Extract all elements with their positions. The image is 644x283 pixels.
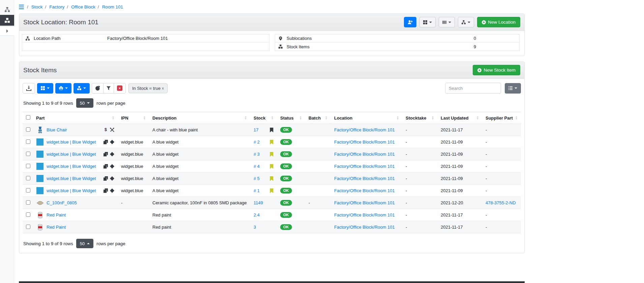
left-sidebar [0,0,14,283]
row-checkbox[interactable] [26,200,30,205]
column-header-status[interactable]: Status [277,112,305,124]
copy-icon [104,188,108,193]
new-stock-item-button[interactable]: New Stock Item [473,65,520,75]
row-checkbox[interactable] [26,139,30,144]
showing-rows-text: Showing 1 to 9 of 9 rows [23,101,73,106]
stocktake-cell: - [402,197,437,209]
sublocations-count: 0 [474,36,516,41]
supplier-part-cell: - [482,173,521,185]
stock-link[interactable]: 1149 [254,200,263,205]
last-updated-cell: 2021-11-17 [437,209,482,221]
part-link[interactable]: widget.blue | Blue Widget [47,139,96,145]
location-link[interactable]: Factory/Office Block/Room 101 [334,225,395,230]
assign-user-button[interactable] [404,17,416,27]
location-link[interactable]: Factory/Office Block/Room 101 [334,152,395,157]
stock-link[interactable]: 17 [254,127,258,132]
location-link[interactable]: Factory/Office Block/Room 101 [334,200,395,205]
column-header-ipn[interactable]: IPN [118,112,149,124]
hamburger-menu-icon[interactable] [19,4,24,9]
stock-link[interactable]: # 1 [254,188,260,193]
location-link[interactable]: Factory/Office Block/Room 101 [334,127,395,132]
shapes-icon [110,140,114,144]
breadcrumb-stock[interactable]: Stock [25,4,43,9]
stock-link[interactable]: # 3 [254,152,260,157]
page-size-dropdown[interactable]: 50 [76,98,93,108]
part-icons: $ [104,128,114,132]
part-link[interactable]: C_100nF_0805 [47,200,77,205]
row-checkbox[interactable] [26,127,30,132]
select-all-checkbox[interactable] [26,115,30,120]
column-header-location[interactable]: Location [331,112,402,124]
display-mode-dropdown[interactable] [37,83,53,94]
stock-link[interactable]: 2.4 [254,212,260,217]
sidebar-item-location-tree[interactable] [0,4,14,15]
filter-chip-in-stock[interactable]: In Stock = true x [128,83,168,93]
part-link[interactable]: Blue Chair [47,127,67,132]
print-actions-dropdown[interactable] [55,83,71,94]
part-link[interactable]: widget.blue | Blue Widget [47,152,96,157]
supplier-part-link[interactable]: 478-3755-2-ND [486,200,516,205]
stock-actions-dropdown[interactable] [74,83,90,94]
display-options-dropdown[interactable] [419,17,436,27]
column-header-batch[interactable]: Batch [305,112,331,124]
clear-filters-button[interactable] [114,83,126,94]
stock-link[interactable]: # 2 [254,139,260,145]
column-header-last-updated[interactable]: Last Updated [437,112,482,124]
location-link[interactable]: Factory/Office Block/Room 101 [334,164,395,169]
sidebar-expand-button[interactable] [0,26,14,36]
stock-panel-body: In Stock = true x Show [19,79,524,253]
location-link[interactable]: Factory/Office Block/Room 101 [334,139,395,145]
location-link[interactable]: Factory/Office Block/Room 101 [334,176,395,181]
map-pin-icon [279,36,283,41]
description-cell: A blue widget [149,148,250,160]
row-select-cell [23,160,33,173]
column-header-stock[interactable]: Stock [250,112,277,124]
part-link[interactable]: Red Paint [47,212,66,217]
plus-circle-icon [482,20,486,24]
part-link[interactable]: widget.blue | Blue Widget [47,176,96,181]
status-badge: OK [280,127,292,133]
column-select-dropdown[interactable] [505,83,521,94]
stock-cell: 17 [250,124,277,136]
sort-icon [397,116,399,120]
shapes-icon [110,176,114,181]
page-size-dropdown[interactable]: 50 [76,239,93,248]
location-link[interactable]: Factory/Office Block/Room 101 [334,188,395,193]
row-checkbox[interactable] [26,212,30,217]
row-checkbox[interactable] [26,188,30,192]
column-header-description[interactable]: Description [149,112,250,124]
part-link[interactable]: Red Paint [47,225,66,230]
breadcrumb-factory[interactable]: Factory [43,4,65,9]
stock-flag-icon [270,164,273,169]
search-input[interactable] [445,83,501,94]
row-checkbox[interactable] [26,225,30,229]
new-location-button[interactable]: New Location [477,17,520,27]
stock-link[interactable]: 3 [254,225,256,230]
sidebar-item-stock[interactable] [0,15,14,26]
location-actions-dropdown[interactable] [458,17,474,27]
column-header-part[interactable]: Part [33,112,118,124]
part-link[interactable]: widget.blue | Blue Widget [47,164,96,169]
column-header-stocktake[interactable]: Stocktake [402,112,437,124]
row-checkbox[interactable] [26,152,30,156]
barcode-actions-dropdown[interactable] [439,17,455,27]
export-download-button[interactable] [23,83,35,94]
boxes-icon [279,45,283,49]
refresh-button[interactable] [92,83,104,94]
row-checkbox[interactable] [26,176,30,180]
breadcrumb-office-block[interactable]: Office Block [64,4,95,9]
breadcrumb-room-101[interactable]: Room 101 [95,4,123,9]
filter-button[interactable] [103,83,114,94]
stock-link[interactable]: # 4 [254,164,260,169]
ipn-cell: widget.blue [118,173,149,185]
last-updated-cell: 2021-12-20 [437,197,482,209]
dollar-icon: $ [104,128,108,132]
location-link[interactable]: Factory/Office Block/Room 101 [334,212,395,217]
part-link[interactable]: widget.blue | Blue Widget [47,188,96,193]
filter-chip-label: In Stock = true [132,86,160,91]
column-header-supplier-part[interactable]: Supplier Part [482,112,521,124]
row-checkbox[interactable] [26,164,30,168]
filter-chip-remove[interactable]: x [162,86,164,90]
stock-panel-header: Stock Items New Stock Item [19,62,524,79]
stock-link[interactable]: # 5 [254,176,260,181]
